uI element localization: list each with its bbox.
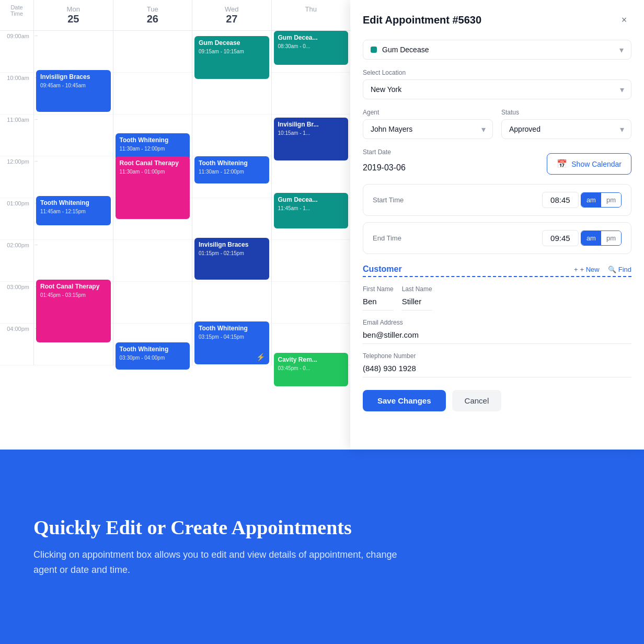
appointment-type-select-wrapper[interactable]: Gum Decease — [363, 40, 631, 60]
appt-thu-invisilign[interactable]: Invisilign Br... 10:15am - 1... — [274, 118, 349, 160]
start-time-input[interactable] — [542, 192, 579, 208]
appt-thu-gum1[interactable]: Gum Decea... 08:30am - 0... — [274, 31, 349, 65]
appt-thu-gum2[interactable]: Gum Decea... 11:45am - 1... — [274, 193, 349, 228]
col-thu: Thu — [272, 0, 351, 30]
appt-thu-cavity[interactable]: Cavity Rem... 03:45pm - 0... — [274, 353, 349, 386]
thu-slot-4 — [272, 156, 351, 198]
time-0300: 03:00pm — [0, 282, 33, 324]
mon-label: Mon — [38, 5, 109, 13]
promo-title: Quickly Edit or Create Appointments — [33, 516, 611, 539]
calendar-body: 09:00am 10:00am 11:00am 12:00pm 01:00pm … — [0, 31, 350, 365]
customer-header: Customer + + New 🔍 Find — [363, 264, 631, 274]
tuesday-column: Tooth Whitening 11:30am - 12:00pm Root C… — [113, 31, 193, 365]
last-name-value: Stiller — [402, 295, 432, 310]
start-date-row: Start Date 2019-03-06 📅 Show Calendar — [363, 148, 631, 175]
phone-group: Telephone Number (848) 930 1928 — [363, 352, 631, 377]
status-group: Status Approved — [501, 109, 631, 139]
search-icon: 🔍 — [608, 266, 616, 273]
location-label: Select Location — [363, 69, 631, 76]
location-group: Select Location New York — [363, 69, 631, 99]
last-name-label: Last Name — [402, 285, 432, 293]
thu-slot-2 — [272, 73, 351, 114]
mon-slot-3 — [34, 114, 113, 156]
status-label: Status — [501, 109, 631, 116]
appt-mon-invisilign[interactable]: Invisilign Braces 09:45am - 10:45am — [36, 70, 111, 112]
agent-label: Agent — [363, 109, 493, 116]
new-icon: + — [574, 266, 578, 273]
appointment-type-select[interactable]: Gum Decease — [382, 45, 624, 54]
start-time-box: Start Time am pm — [363, 184, 631, 216]
appt-wed-gum[interactable]: Gum Decease 09:15am - 10:15am — [194, 36, 269, 79]
tue-slot-7 — [113, 282, 192, 324]
monday-column: Invisilign Braces 09:45am - 10:45am Toot… — [34, 31, 113, 365]
save-button[interactable]: Save Changes — [363, 390, 446, 411]
appt-tue-tooth2[interactable]: Tooth Whitening 03:30pm - 04:00pm — [116, 342, 190, 370]
appt-wed-tooth[interactable]: Tooth Whitening 11:30am - 12:00pm — [194, 156, 269, 183]
show-calendar-label: Show Calendar — [571, 160, 622, 168]
end-ampm-group: am pm — [581, 231, 622, 246]
start-ampm-group: am pm — [581, 192, 622, 208]
find-customer-button[interactable]: 🔍 Find — [608, 266, 631, 273]
email-label: Email Address — [363, 319, 631, 326]
modal-title: Edit Appointment #5630 — [363, 14, 481, 26]
end-pm-button[interactable]: pm — [601, 231, 621, 245]
start-time-input-group: am pm — [542, 192, 622, 208]
datetime-header: Date Time — [0, 0, 34, 30]
time-1000: 10:00am — [0, 73, 33, 114]
phone-value: (848) 930 1928 — [363, 362, 631, 377]
appt-mon-rootcanal[interactable]: Root Canal Therapy 01:45pm - 03:15pm — [36, 280, 111, 342]
tue-label: Tue — [118, 5, 188, 13]
phone-label: Telephone Number — [363, 352, 631, 360]
agent-select-wrapper: John Mayers — [363, 119, 493, 139]
time-0400: 04:00pm — [0, 324, 33, 365]
agent-select[interactable]: John Mayers — [363, 119, 493, 139]
status-select[interactable]: Approved — [501, 119, 631, 139]
agent-group: Agent John Mayers — [363, 109, 493, 139]
appt-tue-rootcanal[interactable]: Root Canal Therapy 11:30am - 01:00pm — [116, 156, 190, 219]
end-am-button[interactable]: am — [581, 231, 601, 245]
edit-appointment-modal: Edit Appointment #5630 × Gum Decease Sel… — [350, 0, 644, 450]
end-time-row: End Time am pm — [373, 230, 622, 246]
wed-num: 27 — [197, 13, 267, 25]
show-calendar-button[interactable]: 📅 Show Calendar — [547, 153, 631, 175]
mon-num: 25 — [38, 13, 109, 25]
mon-slot-1 — [34, 31, 113, 73]
end-time-box: End Time am pm — [363, 222, 631, 254]
name-row: First Name Ben Last Name Stiller — [363, 285, 631, 319]
start-date-group: Start Date 2019-03-06 — [363, 148, 538, 175]
appt-wed-tooth2[interactable]: Tooth Whitening 03:15pm - 04:15pm ⚡ — [194, 321, 269, 364]
cancel-button[interactable]: Cancel — [452, 390, 502, 411]
find-label: Find — [618, 266, 631, 273]
col-wed: Wed 27 — [192, 0, 272, 30]
location-select[interactable]: New York — [363, 79, 631, 99]
end-time-input[interactable] — [542, 230, 579, 246]
email-value: ben@stiller.com — [363, 328, 631, 344]
mon-slot-6 — [34, 240, 113, 282]
wed-label: Wed — [197, 5, 267, 13]
first-name-label: First Name — [363, 285, 394, 293]
customer-actions: + + New 🔍 Find — [574, 266, 631, 273]
modal-header: Edit Appointment #5630 × — [363, 13, 631, 27]
calendar-header: Date Time Mon 25 Tue 26 Wed 27 Thu — [0, 0, 350, 31]
start-pm-button[interactable]: pm — [601, 193, 621, 207]
wed-slot-2 — [192, 73, 271, 114]
tue-slot-2 — [113, 73, 192, 114]
start-time-label: Start Time — [373, 196, 404, 204]
appt-mon-tooth[interactable]: Tooth Whitening 11:45am - 12:15pm — [36, 196, 111, 225]
appt-wed-invisilign[interactable]: Invisilign Braces 01:15pm - 02:15pm — [194, 238, 269, 280]
wed-slot-3 — [192, 114, 271, 156]
time-0100: 01:00pm — [0, 198, 33, 240]
new-label: + New — [580, 266, 599, 273]
new-customer-button[interactable]: + + New — [574, 266, 600, 273]
start-am-button[interactable]: am — [581, 193, 601, 207]
status-select-wrapper: Approved — [501, 119, 631, 139]
close-button[interactable]: × — [617, 13, 631, 27]
appointment-type-group: Gum Decease — [363, 40, 631, 60]
promo-description: Clicking on appointment box allows you t… — [33, 547, 399, 578]
time-0200: 02:00pm — [0, 240, 33, 282]
tue-slot-6 — [113, 240, 192, 282]
first-name-value: Ben — [363, 295, 394, 310]
thu-slot-6 — [272, 240, 351, 282]
calendar-section: Date Time Mon 25 Tue 26 Wed 27 Thu 09:00… — [0, 0, 350, 450]
wednesday-column: Gum Decease 09:15am - 10:15am Tooth Whit… — [192, 31, 272, 365]
